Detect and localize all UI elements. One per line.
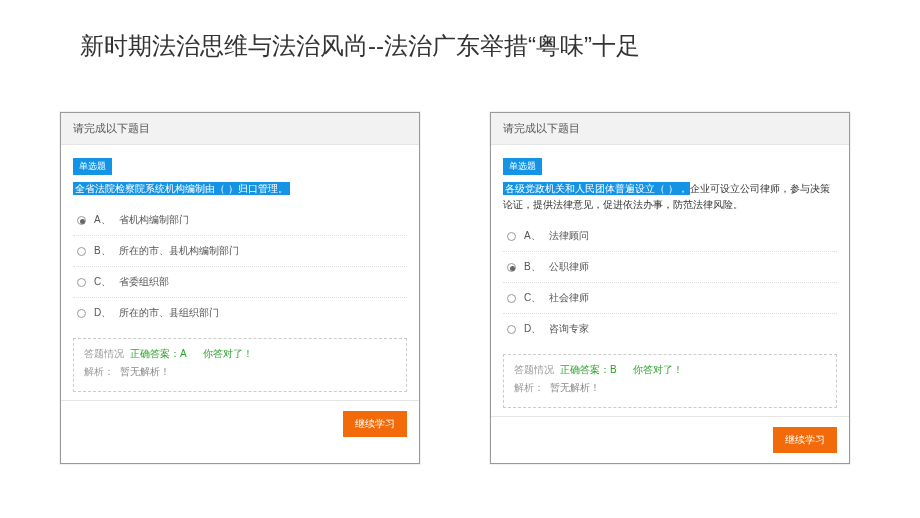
card-footer: 继续学习	[491, 416, 849, 463]
question-stem: 各级党政机关和人民团体普遍设立（ ），企业可设立公司律师，参与决策论证，提供法律…	[503, 181, 837, 213]
page-title: 新时期法治思维与法治风尚--法治广东举措“粤味”十足	[0, 0, 920, 62]
stem-highlight: 全省法院检察院系统机构编制由（ ）归口管理。	[73, 182, 290, 195]
question-card-left: 请完成以下题目 单选题 全省法院检察院系统机构编制由（ ）归口管理。 A、 省机…	[60, 112, 420, 464]
option-text: 法律顾问	[549, 229, 589, 243]
card-header: 请完成以下题目	[61, 113, 419, 145]
option-list: A、 法律顾问 B、 公职律师 C、 社会律师 D、 咨询专家	[503, 221, 837, 344]
option-c[interactable]: C、 社会律师	[503, 282, 837, 313]
option-letter: B、	[524, 260, 541, 274]
stem-highlight: 各级党政机关和人民团体普遍设立（ ），	[503, 182, 690, 195]
radio-icon	[77, 216, 86, 225]
card-footer: 继续学习	[61, 400, 419, 447]
analysis-label: 解析：	[514, 381, 544, 395]
question-stem: 全省法院检察院系统机构编制由（ ）归口管理。	[73, 181, 407, 197]
feedback-label: 答题情况	[514, 363, 554, 377]
option-letter: D、	[94, 306, 111, 320]
feedback-box: 答题情况 正确答案：A 你答对了！ 解析： 暂无解析！	[73, 338, 407, 392]
option-b[interactable]: B、 公职律师	[503, 251, 837, 282]
card-body: 单选题 各级党政机关和人民团体普遍设立（ ），企业可设立公司律师，参与决策论证，…	[491, 145, 849, 416]
option-letter: B、	[94, 244, 111, 258]
option-text: 省委组织部	[119, 275, 169, 289]
option-d[interactable]: D、 咨询专家	[503, 313, 837, 344]
praise-text: 你答对了！	[633, 363, 683, 377]
option-a[interactable]: A、 法律顾问	[503, 221, 837, 251]
question-type-tag: 单选题	[73, 158, 112, 175]
option-b[interactable]: B、 所在的市、县机构编制部门	[73, 235, 407, 266]
option-text: 社会律师	[549, 291, 589, 305]
option-text: 所在的市、县机构编制部门	[119, 244, 239, 258]
card-body: 单选题 全省法院检察院系统机构编制由（ ）归口管理。 A、 省机构编制部门 B、…	[61, 145, 419, 400]
option-text: 公职律师	[549, 260, 589, 274]
option-letter: C、	[524, 291, 541, 305]
option-letter: D、	[524, 322, 541, 336]
feedback-box: 答题情况 正确答案：B 你答对了！ 解析： 暂无解析！	[503, 354, 837, 408]
option-letter: C、	[94, 275, 111, 289]
correct-answer: 正确答案：B	[560, 363, 617, 377]
card-header: 请完成以下题目	[491, 113, 849, 145]
analysis-text: 暂无解析！	[120, 365, 170, 379]
radio-icon	[77, 278, 86, 287]
radio-icon	[507, 294, 516, 303]
radio-icon	[507, 325, 516, 334]
radio-icon	[77, 309, 86, 318]
option-letter: A、	[524, 229, 541, 243]
correct-answer: 正确答案：A	[130, 347, 187, 361]
radio-icon	[507, 232, 516, 241]
question-cards: 请完成以下题目 单选题 全省法院检察院系统机构编制由（ ）归口管理。 A、 省机…	[0, 62, 920, 464]
option-c[interactable]: C、 省委组织部	[73, 266, 407, 297]
analysis-label: 解析：	[84, 365, 114, 379]
radio-icon	[507, 263, 516, 272]
option-d[interactable]: D、 所在的市、县组织部门	[73, 297, 407, 328]
option-list: A、 省机构编制部门 B、 所在的市、县机构编制部门 C、 省委组织部 D、 所…	[73, 205, 407, 328]
radio-icon	[77, 247, 86, 256]
analysis-text: 暂无解析！	[550, 381, 600, 395]
option-text: 省机构编制部门	[119, 213, 189, 227]
feedback-label: 答题情况	[84, 347, 124, 361]
praise-text: 你答对了！	[203, 347, 253, 361]
question-type-tag: 单选题	[503, 158, 542, 175]
continue-button[interactable]: 继续学习	[343, 411, 407, 437]
option-a[interactable]: A、 省机构编制部门	[73, 205, 407, 235]
option-text: 所在的市、县组织部门	[119, 306, 219, 320]
option-text: 咨询专家	[549, 322, 589, 336]
continue-button[interactable]: 继续学习	[773, 427, 837, 453]
question-card-right: 请完成以下题目 单选题 各级党政机关和人民团体普遍设立（ ），企业可设立公司律师…	[490, 112, 850, 464]
option-letter: A、	[94, 213, 111, 227]
